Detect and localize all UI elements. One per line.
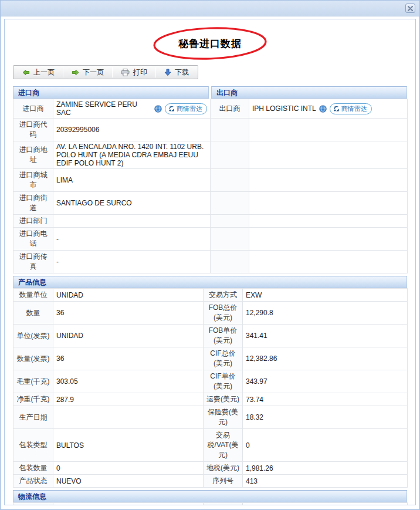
field-label: 运费(美元): [204, 393, 243, 406]
product-table: 数量单位 UNIDAD 交易方式 EXW 数量 36 FOB总价(美元) 12,…: [13, 288, 408, 488]
field-value: 73.74: [243, 393, 408, 406]
empty-value-cell: [249, 251, 408, 273]
field-value: 36: [53, 347, 204, 370]
logistics-table: HS编码 9405409000 进口日期 2021-01-31 进口关别 MAR…: [13, 502, 408, 505]
field-label: 进口部门: [13, 215, 53, 228]
empty-value-cell: [249, 169, 408, 192]
logistics-table-row: HS编码 9405409000 进口日期 2021-01-31: [13, 503, 408, 506]
field-value: NUEVO: [53, 475, 204, 488]
field-value: -: [53, 228, 211, 251]
field-label: 进口商代码: [13, 119, 53, 141]
arrow-left-icon: [22, 69, 30, 76]
field-label: 序列号: [204, 475, 243, 488]
logistics-table-body: HS编码 9405409000 进口日期 2021-01-31 进口关别 MAR…: [13, 503, 408, 506]
next-page-button[interactable]: 下一页: [64, 66, 111, 78]
field-value: 341.41: [243, 325, 408, 347]
field-label: 进口商城市: [13, 169, 53, 192]
field-label: 数量单位: [13, 289, 53, 302]
logistics-section-header: 物流信息: [13, 490, 407, 502]
field-label: 数量(发票): [13, 347, 53, 370]
party-table-row: 进口商地址 AV. LA ENCALADA NRO. 1420 INT. 110…: [13, 141, 408, 169]
print-button[interactable]: 打印: [113, 66, 155, 78]
product-table-row: 产品状态 NUEVO 序列号 413: [13, 475, 408, 488]
arrow-right-icon: [72, 69, 79, 76]
field-value: 413: [243, 475, 408, 488]
importer-radar-button[interactable]: 商情雷达: [165, 103, 207, 114]
globe-icon[interactable]: [154, 105, 162, 113]
field-value: 1,981.26: [243, 462, 408, 475]
download-button[interactable]: 下载: [157, 66, 197, 78]
empty-label-cell: [211, 215, 249, 228]
empty-label-cell: [211, 251, 249, 273]
prev-page-button[interactable]: 上一页: [15, 66, 62, 78]
product-section-header: 产品信息: [13, 276, 407, 288]
field-label: 产品状态: [13, 475, 53, 488]
product-table-row: 毛重(千克) 303.05 CIF单价(美元) 343.97: [13, 370, 408, 393]
field-label: FOB单价(美元): [204, 325, 243, 347]
close-button[interactable]: [405, 4, 415, 13]
party-table: 进口商 ZAMINE SERVICE PERU SAC: [13, 99, 408, 273]
exporter-name-label: 出口商: [211, 99, 249, 119]
empty-label-cell: [211, 169, 249, 192]
field-label: 数量: [13, 302, 53, 325]
product-table-row: 包装类型 BULTOS 交易税/VAT(美元) 0: [13, 429, 408, 462]
empty-value-cell: [249, 215, 408, 228]
exporter-name: IPH LOGISTIC INTL: [252, 104, 316, 113]
field-value: 36: [53, 302, 204, 325]
field-label: CIF单价(美元): [204, 370, 243, 393]
prev-page-label: 上一页: [33, 67, 55, 77]
importer-radar-label: 商情雷达: [177, 104, 202, 113]
field-value: LIMA: [53, 169, 211, 192]
field-value: [53, 406, 204, 429]
field-label: 包装数量: [13, 462, 53, 475]
import-data-window: 秘鲁进口数据 上一页 下一页: [0, 0, 420, 510]
field-value: AV. LA ENCALADA NRO. 1420 INT. 1102 URB.…: [53, 141, 211, 169]
field-label: 地税(美元): [204, 462, 243, 475]
field-label: 进口商街道: [13, 192, 53, 215]
empty-value-cell: [249, 192, 408, 215]
field-label: 交易税/VAT(美元): [204, 429, 243, 462]
download-label: 下载: [175, 67, 189, 77]
product-table-row: 数量 36 FOB总价(美元) 12,290.8: [13, 302, 408, 325]
close-icon: [408, 6, 413, 11]
field-value: 0: [53, 462, 204, 475]
party-table-row: 进口商代码 20392995006: [13, 119, 408, 141]
radar-icon: [168, 106, 175, 112]
field-value: 20392995006: [53, 119, 211, 141]
globe-icon[interactable]: [319, 105, 327, 113]
toolbar-separator: [155, 67, 156, 77]
product-table-row: 数量单位 UNIDAD 交易方式 EXW: [13, 289, 408, 302]
importer-name: ZAMINE SERVICE PERU SAC: [56, 100, 151, 117]
field-label: 单位(发票): [13, 325, 53, 347]
field-value: EXW: [243, 289, 408, 302]
arrow-down-icon: [164, 69, 171, 76]
field-value: UNIDAD: [53, 325, 204, 347]
product-table-row: 净重(千克) 287.9 运费(美元) 73.74: [13, 393, 408, 406]
product-table-row: 包装数量 0 地税(美元) 1,981.26: [13, 462, 408, 475]
window-titlebar: [1, 1, 419, 16]
product-table-row: 数量(发票) 36 CIF总价(美元) 12,382.86: [13, 347, 408, 370]
field-label: 净重(千克): [13, 393, 53, 406]
importer-section-header: 进口商: [13, 86, 209, 99]
empty-value-cell: [249, 228, 408, 251]
field-value: 2021-01-31: [243, 503, 408, 506]
field-value: SANTIAGO DE SURCO: [53, 192, 211, 215]
exporter-radar-button[interactable]: 商情雷达: [330, 103, 372, 114]
field-label: 进口商传真: [13, 251, 53, 273]
field-label: 交易方式: [204, 289, 243, 302]
field-value: 12,382.86: [243, 347, 408, 370]
toolbar-separator: [63, 67, 63, 77]
product-table-body: 数量单位 UNIDAD 交易方式 EXW 数量 36 FOB总价(美元) 12,…: [13, 289, 408, 488]
field-value: 287.9: [53, 393, 204, 406]
party-table-body: 进口商 ZAMINE SERVICE PERU SAC: [13, 99, 408, 273]
party-table-row: 进口商街道 SANTIAGO DE SURCO: [13, 192, 408, 215]
company-row: 进口商 ZAMINE SERVICE PERU SAC: [13, 99, 408, 119]
empty-label-cell: [211, 192, 249, 215]
empty-value-cell: [249, 119, 408, 141]
window-body: 秘鲁进口数据 上一页 下一页: [4, 19, 416, 505]
field-value: UNIDAD: [53, 289, 204, 302]
empty-label-cell: [211, 141, 249, 169]
print-label: 打印: [133, 67, 147, 77]
field-value: -: [53, 251, 211, 273]
radar-icon: [333, 106, 340, 112]
